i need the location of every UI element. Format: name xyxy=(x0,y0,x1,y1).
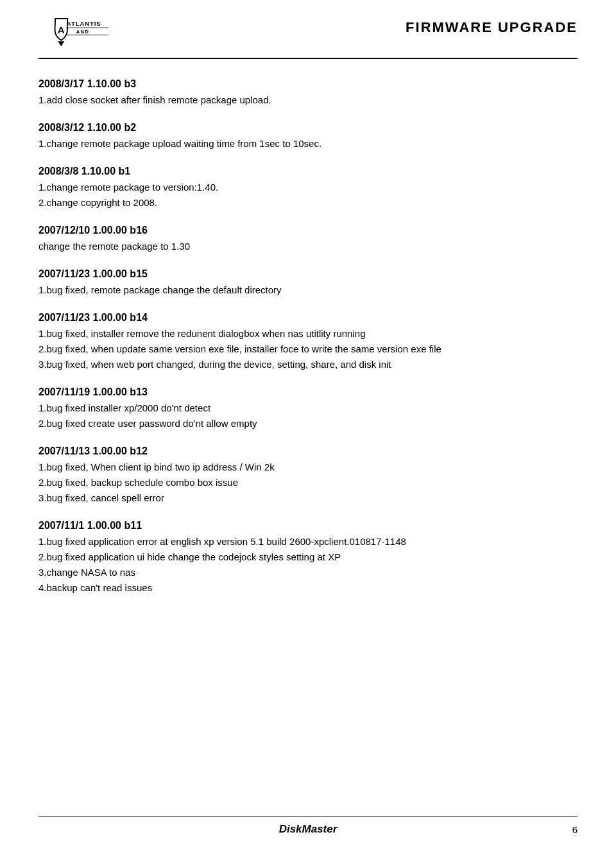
svg-text:AND: AND xyxy=(76,29,90,35)
footer-product: DiskMaster xyxy=(38,823,578,836)
page-title-area: FIRMWARE UPGRADE xyxy=(406,13,578,36)
page-container: A TLANTIS A AND FIRMWARE UPGRADE 2008/3/… xyxy=(0,0,616,855)
logo-area: A TLANTIS A AND xyxy=(38,13,116,51)
version-block: 2008/3/8 1.10.00 b11.change remote packa… xyxy=(38,166,578,211)
version-item: 3.bug fixed, cancel spell error xyxy=(38,490,578,506)
version-item: 2.bug fixed create user password do'nt a… xyxy=(38,416,578,431)
version-heading: 2007/11/19 1.00.00 b13 xyxy=(38,386,578,398)
version-block: 2008/3/17 1.10.00 b31.add close socket a… xyxy=(38,78,578,108)
svg-text:A: A xyxy=(58,24,65,35)
version-block: 2007/11/13 1.00.00 b121.bug fixed, When … xyxy=(38,445,578,506)
version-item: 1.add close socket after finish remote p… xyxy=(38,92,578,108)
header: A TLANTIS A AND FIRMWARE UPGRADE xyxy=(38,13,578,59)
version-item: 1.change remote package to version:1.40. xyxy=(38,180,578,195)
version-heading: 2007/11/13 1.00.00 b12 xyxy=(38,445,578,457)
version-item: 3.change NASA to nas xyxy=(38,565,578,580)
svg-text:TLANTIS: TLANTIS xyxy=(71,20,101,27)
version-item: 1.bug fixed, When client ip bind two ip … xyxy=(38,460,578,475)
version-heading: 2007/12/10 1.00.00 b16 xyxy=(38,225,578,236)
version-block: 2007/11/23 1.00.00 b151.bug fixed, remot… xyxy=(38,268,578,298)
version-heading: 2007/11/1 1.00.00 b11 xyxy=(38,520,578,531)
version-heading: 2008/3/8 1.10.00 b1 xyxy=(38,166,578,177)
version-item: 2.bug fixed, backup schedule combo box i… xyxy=(38,475,578,490)
version-item: 1.bug fixed, installer remove the redune… xyxy=(38,326,578,341)
version-item: 1.bug fixed application error at english… xyxy=(38,534,578,549)
version-heading: 2007/11/23 1.00.00 b15 xyxy=(38,268,578,280)
version-item: 1.bug fixed installer xp/2000 do'nt dete… xyxy=(38,401,578,416)
version-item: 2.bug fixed application ui hide change t… xyxy=(38,549,578,565)
version-item: 2.bug fixed, when update same version ex… xyxy=(38,341,578,357)
version-block: 2007/11/1 1.00.00 b111.bug fixed applica… xyxy=(38,520,578,596)
footer: DiskMaster 6 xyxy=(38,816,578,836)
version-heading: 2007/11/23 1.00.00 b14 xyxy=(38,312,578,324)
version-item: 1.bug fixed, remote package change the d… xyxy=(38,282,578,298)
version-block: 2008/3/12 1.10.00 b21.change remote pack… xyxy=(38,122,578,151)
footer-page: 6 xyxy=(572,824,578,835)
version-item: 1.change remote package upload waiting t… xyxy=(38,136,578,151)
version-item: 2.change copyright to 2008. xyxy=(38,195,578,211)
version-item: 3.bug fixed, when web port changed, duri… xyxy=(38,357,578,372)
version-heading: 2008/3/12 1.10.00 b2 xyxy=(38,122,578,134)
version-block: 2007/11/19 1.00.00 b131.bug fixed instal… xyxy=(38,386,578,431)
version-block: 2007/11/23 1.00.00 b141.bug fixed, insta… xyxy=(38,312,578,372)
page-title: FIRMWARE UPGRADE xyxy=(406,19,578,36)
atlantis-logo: A TLANTIS A AND xyxy=(38,13,116,51)
version-item: 4.backup can't read issues xyxy=(38,580,578,596)
version-block: 2007/12/10 1.00.00 b16change the remote … xyxy=(38,225,578,254)
version-item: change the remote package to 1.30 xyxy=(38,239,578,254)
svg-text:A: A xyxy=(67,20,71,27)
content: 2008/3/17 1.10.00 b31.add close socket a… xyxy=(38,78,578,596)
version-heading: 2008/3/17 1.10.00 b3 xyxy=(38,78,578,90)
